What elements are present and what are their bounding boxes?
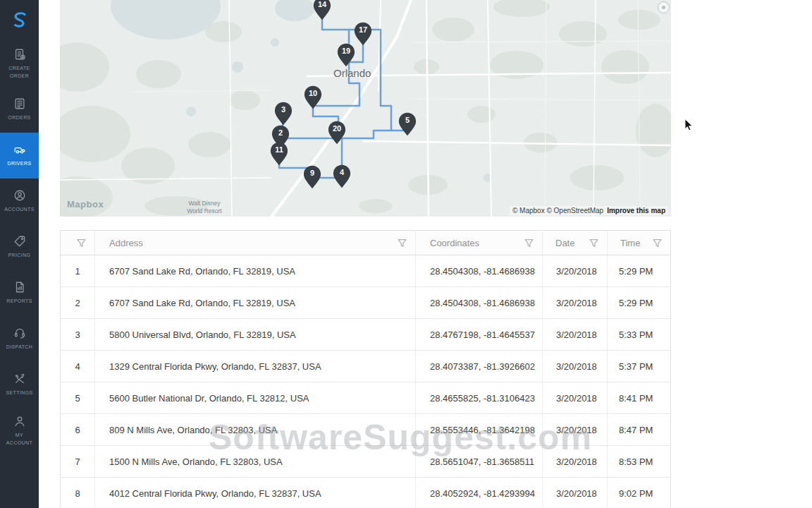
pin-number: 19 [337,47,355,55]
cell-coordinates: 28.4767198, -81.4645537 [416,319,543,350]
cell-coordinates: 28.4655825, -81.3106423 [416,382,543,413]
main-content: 14171910321120594 Orlando Walt Disney Wo… [60,0,671,508]
cell-address: 5600 Butler National Dr, Orlando, FL 328… [95,382,416,413]
cell-time: 8:47 PM [608,414,670,445]
sidebar-item-pricing[interactable]: PRICING [0,224,39,270]
app-logo-icon[interactable] [0,0,39,41]
filter-icon[interactable] [524,238,534,248]
column-header-time: Time [608,231,670,255]
map-area-label: Walt Disney World Resort [173,200,236,215]
map-locate-control[interactable] [658,1,670,13]
column-header-date: Date [543,231,608,255]
pin-number: 17 [354,25,372,34]
map-pin-10[interactable]: 10 [304,85,322,109]
map-panel[interactable]: 14171910321120594 Orlando Walt Disney Wo… [60,0,671,217]
sidebar-item-label: DRIVERS [4,160,36,168]
reports-icon [13,281,26,295]
sidebar-item-drivers[interactable]: DRIVERS [0,133,39,179]
create-order-icon [13,48,26,62]
cell-coordinates: 28.5651047, -81.3658511 [416,446,543,477]
table-row[interactable]: 55600 Butler National Dr, Orlando, FL 32… [61,382,670,414]
sidebar-item-settings[interactable]: SETTINGS [0,362,39,408]
map-pin-9[interactable]: 9 [303,165,321,189]
cell-time: 8:41 PM [608,382,670,413]
mouse-cursor [684,119,693,134]
sidebar-nav: CREATE ORDERORDERSDRIVERSACCOUNTSPRICING… [0,41,39,454]
accounts-icon [13,189,26,203]
map-pin-20[interactable]: 20 [328,121,346,145]
sidebar-item-create-order[interactable]: CREATE ORDER [0,41,39,87]
pin-number: 5 [398,116,417,124]
improve-map-link[interactable]: Improve this map [607,207,665,214]
column-header-label: Date [555,238,574,248]
table-row[interactable]: 41329 Central Florida Pkwy, Orlando, FL … [61,351,670,382]
sidebar-item-my-account[interactable]: MY ACCOUNT [0,408,39,454]
pin-number: 2 [271,128,290,137]
row-number: 4 [61,351,95,382]
table-row[interactable]: 84012 Central Florida Pkwy, Orlando, FL … [61,478,670,508]
pin-number: 20 [328,124,346,133]
map-pin-3[interactable]: 3 [274,102,293,126]
sidebar-item-label: PRICING [4,252,36,260]
filter-icon[interactable] [653,238,662,248]
sidebar-item-label: SETTINGS [4,389,36,397]
column-header-label: Address [109,238,143,248]
drivers-icon [13,143,26,157]
cell-time: 5:29 PM [608,255,670,286]
table-row[interactable]: 16707 Sand Lake Rd, Orlando, FL 32819, U… [61,255,670,287]
table-row[interactable]: 26707 Sand Lake Rd, Orlando, FL 32819, U… [61,287,670,319]
filter-icon[interactable] [398,238,407,248]
map-pin-11[interactable]: 11 [270,142,288,166]
cell-address: 1329 Central Florida Pkwy, Orlando, FL 3… [95,351,416,382]
pin-number: 14 [313,0,331,8]
sidebar-item-accounts[interactable]: ACCOUNTS [0,179,39,224]
mapbox-logo[interactable]: Mapbox [67,199,104,210]
row-number: 6 [61,414,95,445]
stops-table: AddressCoordinatesDateTime 16707 Sand La… [60,230,671,508]
sidebar: CREATE ORDERORDERSDRIVERSACCOUNTSPRICING… [0,0,39,508]
map-pin-19[interactable]: 19 [337,43,355,67]
map-attribution: © Mapbox © OpenStreetMapImprove this map [510,206,668,215]
sidebar-item-label: DISPATCH [4,344,36,351]
cell-address: 5800 Universal Blvd, Orlando, FL 32819, … [95,319,416,350]
table-row[interactable]: 35800 Universal Blvd, Orlando, FL 32819,… [61,319,670,351]
filter-icon[interactable] [77,238,86,248]
cell-coordinates: 28.4052924, -81.4293994 [416,478,543,508]
map-pin-5[interactable]: 5 [398,112,417,136]
cell-date: 3/20/2018 [543,255,608,286]
sidebar-item-reports[interactable]: REPORTS [0,270,39,316]
cell-address: 809 N Mills Ave, Orlando, FL 32803, USA [95,414,416,445]
settings-icon [13,373,26,387]
orders-icon [13,97,26,111]
sidebar-item-dispatch[interactable]: DISPATCH [0,316,39,362]
column-header-address: Address [95,231,416,255]
cell-time: 5:29 PM [608,287,670,318]
dispatch-icon [13,327,26,341]
cell-time: 8:53 PM [608,446,670,477]
pin-number: 4 [333,168,351,176]
map-pin-14[interactable]: 14 [313,0,331,20]
column-header-coordinates: Coordinates [416,231,543,255]
cell-date: 3/20/2018 [543,319,608,350]
map-city-label: Orlando [333,67,371,79]
table-row[interactable]: 71500 N Mills Ave, Orlando, FL 32803, US… [61,446,670,478]
row-number: 7 [61,446,95,477]
column-header-label: Coordinates [430,238,479,248]
cell-address: 1500 N Mills Ave, Orlando, FL 32803, USA [95,446,416,477]
row-number: 8 [61,478,95,508]
filter-icon[interactable] [589,238,598,248]
cell-date: 3/20/2018 [543,478,608,508]
column-header-label: Time [620,238,640,248]
pin-number: 10 [304,89,322,97]
sidebar-item-label: MY ACCOUNT [4,432,36,447]
table-row[interactable]: 6809 N Mills Ave, Orlando, FL 32803, USA… [61,414,670,446]
cell-coordinates: 28.4504308, -81.4686938 [416,287,543,318]
map-pin-4[interactable]: 4 [333,164,351,188]
cell-time: 5:33 PM [608,319,670,350]
map-pin-17[interactable]: 17 [354,22,372,46]
sidebar-item-orders[interactable]: ORDERS [0,87,39,133]
cell-date: 3/20/2018 [543,382,608,413]
cell-coordinates: 28.4504308, -81.4686938 [416,255,543,286]
column-header-index [61,231,95,255]
pin-number: 11 [270,145,288,154]
